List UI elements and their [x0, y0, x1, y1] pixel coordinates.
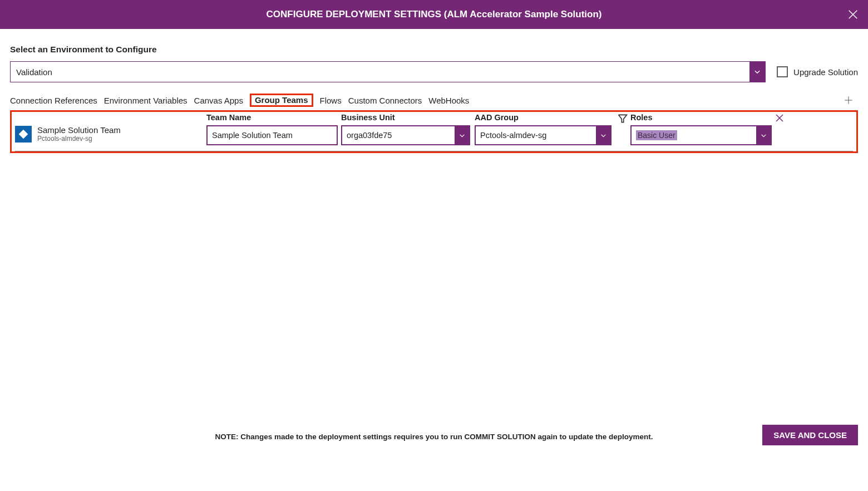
- dialog-body: Select an Environment to Configure Valid…: [0, 29, 868, 153]
- tab-connection-references[interactable]: Connection References: [10, 95, 97, 106]
- team-name-input[interactable]: Sample Solution Team: [206, 125, 338, 145]
- dialog-header: CONFIGURE DEPLOYMENT SETTINGS (ALM Accel…: [0, 0, 868, 29]
- tab-environment-variables[interactable]: Environment Variables: [104, 95, 188, 106]
- environment-select-dropdown-button[interactable]: [749, 62, 765, 82]
- close-icon: [775, 113, 785, 123]
- row-identity: Sample Solution Team Pctools-almdev-sg: [15, 113, 206, 143]
- aad-group-dropdown-button[interactable]: [596, 126, 610, 144]
- upgrade-solution-label: Upgrade Solution: [793, 67, 858, 77]
- environment-label: Select an Environment to Configure: [10, 45, 858, 55]
- header-business-unit: Business Unit: [341, 113, 470, 122]
- row-team-display-sub: Pctools-almdev-sg: [37, 135, 121, 143]
- footer-note: NOTE: Changes made to the deployment set…: [0, 433, 868, 441]
- environment-select[interactable]: Validation: [10, 61, 766, 82]
- roles-dropdown-button[interactable]: [756, 126, 771, 144]
- diamond-icon: [18, 129, 29, 140]
- aad-group-select[interactable]: Pctools-almdev-sg: [475, 125, 611, 145]
- header-team-name: Team Name: [206, 113, 338, 122]
- row-team-display-name: Sample Solution Team: [37, 125, 121, 135]
- close-button[interactable]: [847, 8, 859, 21]
- environment-row: Validation Upgrade Solution: [10, 61, 858, 82]
- chevron-down-icon: [753, 68, 761, 76]
- col-roles: Roles Basic User: [630, 113, 772, 145]
- chevron-down-icon: [600, 132, 607, 139]
- funnel-icon: [617, 113, 628, 124]
- tab-webhooks[interactable]: WebHooks: [428, 95, 469, 106]
- close-icon: [847, 8, 859, 21]
- environment-select-value: Validation: [11, 62, 749, 82]
- tabs-row: Connection References Environment Variab…: [10, 94, 858, 107]
- tab-group-teams[interactable]: Group Teams: [250, 94, 313, 107]
- team-icon: [15, 126, 32, 143]
- upgrade-solution-checkbox[interactable]: [777, 66, 788, 77]
- roles-value: Basic User: [632, 126, 756, 144]
- tab-canvas-apps[interactable]: Canvas Apps: [194, 95, 243, 106]
- save-and-close-button[interactable]: SAVE AND CLOSE: [762, 425, 858, 445]
- business-unit-select[interactable]: orga03fde75: [341, 125, 470, 145]
- col-aad-group: AAD Group Pctools-almdev-sg: [475, 113, 611, 145]
- header-roles: Roles: [630, 113, 772, 122]
- add-row-button[interactable]: [844, 95, 854, 105]
- roles-pill: Basic User: [636, 130, 677, 140]
- business-unit-dropdown-button[interactable]: [455, 126, 469, 144]
- plus-icon: [844, 95, 854, 105]
- col-team-name: Team Name Sample Solution Team: [206, 113, 338, 145]
- row-divider: [15, 151, 853, 151]
- roles-select[interactable]: Basic User: [630, 125, 772, 145]
- business-unit-value: orga03fde75: [342, 126, 455, 144]
- filter-button[interactable]: [615, 113, 630, 127]
- group-teams-panel: Sample Solution Team Pctools-almdev-sg T…: [10, 110, 858, 153]
- upgrade-solution-wrapper: Upgrade Solution: [777, 66, 858, 77]
- aad-group-value: Pctools-almdev-sg: [476, 126, 596, 144]
- col-business-unit: Business Unit orga03fde75: [341, 113, 470, 145]
- chevron-down-icon: [760, 132, 767, 139]
- tab-custom-connectors[interactable]: Custom Connectors: [348, 95, 422, 106]
- delete-row-button[interactable]: [772, 113, 787, 127]
- dialog-title: CONFIGURE DEPLOYMENT SETTINGS (ALM Accel…: [267, 9, 602, 20]
- header-aad-group: AAD Group: [475, 113, 611, 122]
- group-teams-row: Sample Solution Team Pctools-almdev-sg T…: [15, 113, 853, 145]
- tab-flows[interactable]: Flows: [320, 95, 342, 106]
- chevron-down-icon: [458, 132, 466, 139]
